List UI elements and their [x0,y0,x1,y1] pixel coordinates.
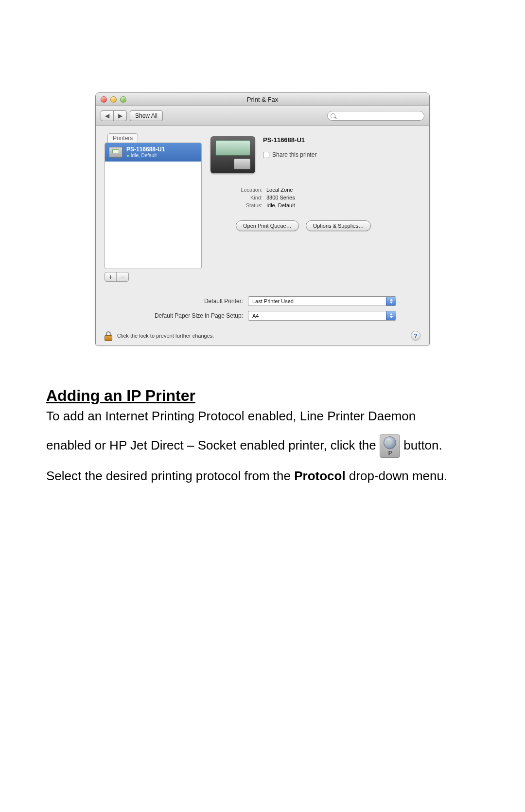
printer-large-icon [210,136,255,173]
chevron-updown-icon [386,297,396,306]
toolbar: ◀ ▶ Show All [96,106,429,126]
paragraph-2: enabled or HP Jet Direct – Socket enable… [46,434,479,458]
location-label: Location: [210,187,266,193]
window-body: Printers PS-116688-U1 Idle, Default + − [96,126,429,345]
location-value: Local Zone [266,187,293,193]
share-checkbox[interactable] [263,152,269,158]
nav-back-forward[interactable]: ◀ ▶ [101,110,127,121]
document-page: Print & Fax ◀ ▶ Show All Printers [0,0,525,485]
lock-text: Click the lock to prevent further change… [117,333,214,339]
kind-value: 3300 Series [266,195,295,200]
default-printer-label: Default Printer: [105,298,248,305]
info-title: PS-116688-U1 [263,136,316,144]
default-printer-popup[interactable]: Last Printer Used [248,296,396,306]
paper-size-popup[interactable]: A4 [248,311,396,321]
kind-label: Kind: [210,195,266,200]
share-label: Share this printer [272,151,316,158]
add-printer-button[interactable]: + [105,272,117,281]
forward-icon[interactable]: ▶ [114,111,126,121]
lock-icon[interactable] [105,330,113,341]
chevron-updown-icon [386,311,396,320]
window-title: Print & Fax [96,96,429,103]
paragraph-1: To add an Internet Printing Protocol ena… [46,408,479,425]
help-button[interactable]: ? [411,331,420,341]
printer-name: PS-116688-U1 [126,146,165,153]
paper-size-value: A4 [252,313,259,319]
protocol-bold: Protocol [294,469,345,483]
footer: Click the lock to prevent further change… [105,330,420,341]
titlebar: Print & Fax [96,93,429,106]
search-input[interactable] [327,111,424,121]
ip-icon-label: IP [387,450,392,457]
ip-toolbar-icon[interactable]: IP [380,434,400,458]
printer-list[interactable]: PS-116688-U1 Idle, Default [105,143,202,269]
global-settings: Default Printer: Last Printer Used Defau… [105,296,420,321]
show-all-button[interactable]: Show All [130,110,163,121]
printers-tab[interactable]: Printers [107,133,138,143]
printer-info-panel: PS-116688-U1 Share this printer Location… [210,133,420,231]
remove-printer-button[interactable]: − [117,272,128,281]
back-icon[interactable]: ◀ [101,111,114,121]
open-queue-button[interactable]: Open Print Queue… [236,220,299,231]
print-fax-window: Print & Fax ◀ ▶ Show All Printers [95,92,430,345]
list-controls: + − [105,272,129,282]
article: Adding an IP Printer To add an Internet … [46,387,479,485]
printer-status: Idle, Default [126,153,165,158]
paragraph-3: Select the desired printing protocol fro… [46,468,479,485]
default-printer-value: Last Printer Used [252,298,294,304]
options-supplies-button[interactable]: Options & Supplies… [306,220,371,231]
status-label: Status: [210,202,266,208]
paper-size-label: Default Paper Size in Page Setup: [105,312,248,319]
printer-icon [109,147,122,158]
section-heading: Adding an IP Printer [46,387,479,405]
list-item[interactable]: PS-116688-U1 Idle, Default [105,143,201,162]
globe-icon [384,436,396,449]
status-value: Idle, Default [266,202,295,208]
